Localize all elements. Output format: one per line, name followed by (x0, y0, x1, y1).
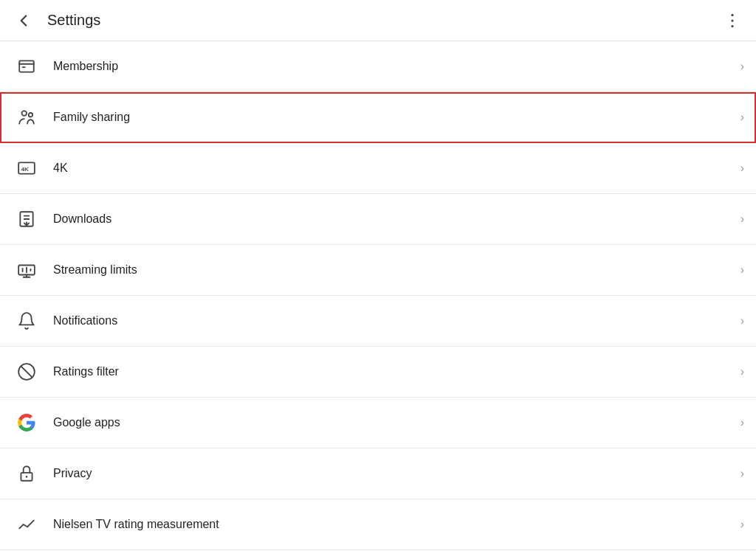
svg-point-7 (29, 113, 32, 117)
notifications-label: Notifications (53, 314, 740, 328)
membership-label: Membership (53, 60, 740, 73)
svg-rect-3 (19, 60, 34, 72)
notifications-chevron: › (740, 314, 744, 328)
settings-item-nielsen-tv[interactable]: Nielsen TV rating measurement › (0, 499, 756, 550)
downloads-chevron: › (740, 212, 744, 226)
more-options-button[interactable] (721, 9, 744, 32)
svg-point-23 (26, 476, 28, 478)
membership-icon (12, 52, 41, 81)
svg-point-6 (22, 111, 27, 116)
4k-label: 4K (53, 162, 740, 175)
svg-point-1 (731, 19, 733, 21)
membership-chevron: › (740, 60, 744, 73)
nielsen-icon (12, 510, 41, 539)
downloads-icon (12, 204, 41, 234)
settings-item-downloads[interactable]: Downloads › (0, 194, 756, 245)
back-button[interactable] (12, 9, 35, 32)
page-title: Settings (47, 12, 100, 29)
header: Settings (0, 0, 756, 41)
google-apps-icon (12, 408, 41, 437)
google-apps-label: Google apps (53, 416, 740, 429)
svg-point-0 (731, 13, 733, 15)
downloads-label: Downloads (53, 212, 740, 226)
nielsen-tv-label: Nielsen TV rating measurement (53, 518, 740, 531)
svg-text:4K: 4K (21, 166, 29, 173)
privacy-icon (12, 459, 41, 488)
family-sharing-label: Family sharing (53, 111, 740, 124)
settings-item-google-apps[interactable]: Google apps › (0, 398, 756, 448)
settings-item-membership[interactable]: Membership › (0, 41, 756, 92)
svg-line-21 (21, 366, 32, 377)
settings-item-notifications[interactable]: Notifications › (0, 296, 756, 347)
settings-list: Membership › Family sharing › 4K 4K › (0, 41, 756, 551)
ratings-filter-label: Ratings filter (53, 365, 740, 378)
settings-item-ratings-filter[interactable]: Ratings filter › (0, 347, 756, 398)
privacy-chevron: › (740, 467, 744, 480)
notifications-icon (12, 306, 41, 336)
family-sharing-chevron: › (740, 111, 744, 124)
settings-item-streaming-limits[interactable]: Streaming limits › (0, 245, 756, 296)
streaming-limits-label: Streaming limits (53, 263, 740, 277)
settings-item-4k[interactable]: 4K 4K › (0, 143, 756, 194)
streaming-limits-chevron: › (740, 263, 744, 277)
google-apps-chevron: › (740, 416, 744, 429)
ratings-filter-icon (12, 357, 41, 387)
4k-chevron: › (740, 162, 744, 175)
settings-item-family-sharing[interactable]: Family sharing › (0, 92, 756, 143)
4k-icon: 4K (12, 153, 41, 183)
family-sharing-icon (12, 103, 41, 132)
ratings-filter-chevron: › (740, 365, 744, 378)
streaming-limits-icon (12, 255, 41, 285)
nielsen-tv-chevron: › (740, 518, 744, 531)
privacy-label: Privacy (53, 467, 740, 480)
settings-item-privacy[interactable]: Privacy › (0, 448, 756, 499)
svg-point-2 (731, 24, 733, 27)
